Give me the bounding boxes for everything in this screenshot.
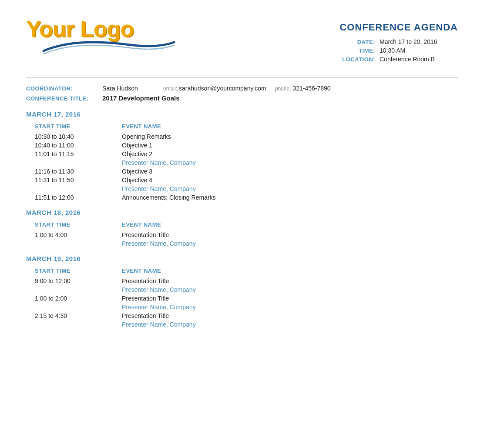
event-row: 11:16 to 11:30Objective 3 — [26, 167, 458, 176]
page-header: Your Logo CONFERENCE AGENDA DATE: March … — [26, 17, 458, 64]
presenter-row: Presenter Name, Company — [26, 184, 458, 193]
coordinator-row: COORDINATOR: Sara Hudson email: sarahuds… — [26, 85, 458, 92]
presenter-name: Presenter Name, Company — [122, 158, 458, 167]
col-start-time-0: START TIME — [26, 121, 122, 132]
date-row: DATE: March 17 to 20, 2016 — [339, 38, 458, 45]
event-row: 1:00 to 2:00Presentation Title — [26, 294, 458, 303]
event-time: 11:16 to 11:30 — [26, 167, 122, 176]
time-row: TIME: 10:30 AM — [339, 47, 458, 54]
agenda-days: MARCH 17, 2016START TIMEEVENT NAME10:30 … — [26, 110, 458, 329]
event-row: 1:00 to 4:00Presentation Title — [26, 231, 458, 239]
event-name: Objective 3 — [122, 167, 458, 176]
event-time: 10:30 to 10:40 — [26, 132, 122, 141]
presenter-name: Presenter Name, Company — [122, 303, 458, 311]
swoosh-icon — [39, 36, 178, 57]
location-row: LOCATION: Conference Room B — [339, 56, 458, 63]
event-name: Presentation Title — [122, 277, 458, 285]
presenter-name: Presenter Name, Company — [122, 285, 458, 294]
coordinator-section: COORDINATOR: Sara Hudson email: sarahuds… — [26, 77, 458, 102]
event-name: Announcements; Closing Remarks — [122, 193, 458, 202]
col-start-time-1: START TIME — [26, 220, 122, 231]
event-row: 10:40 to 11:00Objective 1 — [26, 141, 458, 150]
coordinator-phone: 321-456-7890 — [292, 85, 330, 92]
email-label: email: — [163, 86, 177, 92]
event-time: 1:00 to 2:00 — [26, 294, 122, 303]
event-name: Objective 2 — [122, 150, 458, 158]
col-event-name-2: EVENT NAME — [122, 266, 458, 277]
time-label: TIME: — [340, 47, 375, 54]
event-row: 10:30 to 10:40Opening Remarks — [26, 132, 458, 141]
date-value: March 17 to 20, 2016 — [380, 38, 458, 45]
presenter-row: Presenter Name, Company — [26, 158, 458, 167]
event-name: Objective 4 — [122, 176, 458, 184]
conference-title-value: 2017 Development Goals — [102, 94, 180, 102]
agenda-table-2: START TIMEEVENT NAME9:00 to 12:00Present… — [26, 266, 458, 329]
title-area: CONFERENCE AGENDA DATE: March 17 to 20, … — [339, 17, 458, 64]
event-row: 11:31 to 11:50Objective 4 — [26, 176, 458, 184]
presenter-time-empty — [26, 285, 122, 294]
presenter-name: Presenter Name, Company — [122, 239, 458, 248]
phone-label: phone: — [275, 86, 291, 92]
event-row: 11:01 to 11:15Objective 2 — [26, 150, 458, 158]
location-label: LOCATION: — [340, 56, 375, 63]
col-start-time-2: START TIME — [26, 266, 122, 277]
day-heading-2: MARCH 19, 2016 — [26, 255, 458, 262]
event-name: Presentation Title — [122, 311, 458, 320]
day-section-1: MARCH 18, 2016START TIMEEVENT NAME1:00 t… — [26, 209, 458, 248]
conference-title-heading: CONFERENCE AGENDA — [339, 22, 458, 33]
day-heading-1: MARCH 18, 2016 — [26, 209, 458, 216]
event-time: 9:00 to 12:00 — [26, 277, 122, 285]
event-time: 11:01 to 11:15 — [26, 150, 122, 158]
conference-title-row: CONFERENCE TITLE: 2017 Development Goals — [26, 94, 458, 102]
logo-area: Your Logo — [26, 17, 183, 59]
event-time: 2:15 to 4:30 — [26, 311, 122, 320]
event-time: 11:31 to 11:50 — [26, 176, 122, 184]
presenter-row: Presenter Name, Company — [26, 303, 458, 311]
event-row: 2:15 to 4:30Presentation Title — [26, 311, 458, 320]
presenter-row: Presenter Name, Company — [26, 285, 458, 294]
event-time: 10:40 to 11:00 — [26, 141, 122, 150]
col-event-name-0: EVENT NAME — [122, 121, 458, 132]
date-label: DATE: — [340, 39, 375, 45]
coordinator-name: Sara Hudson — [102, 85, 163, 92]
day-heading-0: MARCH 17, 2016 — [26, 110, 458, 118]
event-time: 11:51 to 12:00 — [26, 193, 122, 202]
presenter-time-empty — [26, 239, 122, 248]
presenter-time-empty — [26, 303, 122, 311]
presenter-row: Presenter Name, Company — [26, 320, 458, 329]
event-time: 1:00 to 4:00 — [26, 231, 122, 239]
event-row: 9:00 to 12:00Presentation Title — [26, 277, 458, 285]
presenter-time-empty — [26, 184, 122, 193]
presenter-name: Presenter Name, Company — [122, 320, 458, 329]
presenter-time-empty — [26, 320, 122, 329]
logo-swoosh — [39, 36, 183, 59]
event-name: Presentation Title — [122, 294, 458, 303]
event-row: 11:51 to 12:00Announcements; Closing Rem… — [26, 193, 458, 202]
coordinator-email: sarahudson@yourcompany.com — [179, 85, 266, 92]
day-section-2: MARCH 19, 2016START TIMEEVENT NAME9:00 t… — [26, 255, 458, 329]
location-value: Conference Room B — [380, 56, 458, 63]
presenter-name: Presenter Name, Company — [122, 184, 458, 193]
conference-title-label: CONFERENCE TITLE: — [26, 95, 102, 102]
coordinator-label: COORDINATOR: — [26, 85, 102, 92]
event-name: Opening Remarks — [122, 132, 458, 141]
presenter-row: Presenter Name, Company — [26, 239, 458, 248]
presenter-time-empty — [26, 158, 122, 167]
agenda-table-0: START TIMEEVENT NAME10:30 to 10:40Openin… — [26, 121, 458, 202]
day-section-0: MARCH 17, 2016START TIMEEVENT NAME10:30 … — [26, 110, 458, 202]
event-name: Presentation Title — [122, 231, 458, 239]
time-value: 10:30 AM — [380, 47, 458, 54]
agenda-table-1: START TIMEEVENT NAME1:00 to 4:00Presenta… — [26, 220, 458, 248]
col-event-name-1: EVENT NAME — [122, 220, 458, 231]
event-name: Objective 1 — [122, 141, 458, 150]
